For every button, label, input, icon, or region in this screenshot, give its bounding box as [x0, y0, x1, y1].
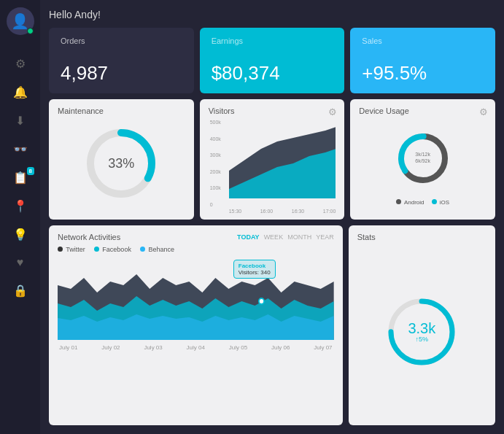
avatar-icon: 👤 — [11, 12, 29, 30]
sales-label: Sales — [362, 36, 484, 45]
ios-dot — [432, 199, 437, 204]
stats-title: Stats — [357, 233, 376, 241]
lightbulb-icon: 💡 — [13, 228, 28, 241]
facebook-legend: Facebook — [94, 246, 131, 253]
stats-donut-label: 3.3k ↑5% — [408, 321, 435, 343]
maintenance-donut: 33% — [81, 123, 161, 204]
earnings-card: Earnings $80,374 — [200, 28, 345, 93]
device-usage-title: Device Usage — [359, 106, 486, 115]
greeting: Hello Andy! — [49, 9, 495, 20]
visitors-yaxis: 500k 400k 300k 200k 100k 0 — [209, 120, 222, 207]
heart-icon: ♥ — [17, 256, 24, 269]
top-stats-row: Orders 4,987 Earnings $80,374 Sales +95.… — [49, 28, 495, 93]
bell-icon: 🔔 — [13, 85, 28, 99]
sidebar-item-favorites[interactable]: ♥ — [0, 249, 40, 276]
maintenance-title: Maintenance — [58, 106, 185, 115]
ios-legend: iOS — [432, 199, 450, 206]
glasses-icon: 👓 — [13, 142, 28, 156]
network-legend: Twitter Facebook Behance — [58, 246, 334, 253]
maintenance-card: Maintenance 33% — [49, 99, 194, 220]
network-header: Network Activities TODAY WEEK MONTH YEAR — [58, 233, 334, 241]
visitors-xaxis: 15:30 16:00 16:30 17:00 — [229, 209, 336, 214]
online-indicator — [27, 28, 34, 34]
sidebar-item-view[interactable]: 👓 — [0, 135, 40, 163]
network-chart: Facebook Visitors: 340 July 01 July 02 J… — [58, 256, 334, 344]
network-title: Network Activities — [58, 233, 120, 241]
sales-card: Sales +95.5% — [350, 28, 495, 93]
orders-value: 4,987 — [61, 62, 182, 85]
sidebar-item-reports[interactable]: 📋 8 — [0, 163, 40, 192]
location-icon: 📍 — [13, 199, 28, 213]
mid-row: Maintenance 33% Visitors ⚙ 500k 400k — [49, 99, 495, 220]
sales-value: +95.5% — [362, 62, 484, 85]
network-xaxis: July 01 July 02 July 03 July 04 July 05 … — [58, 344, 334, 351]
device-settings-icon[interactable]: ⚙ — [479, 106, 488, 117]
orders-card: Orders 4,987 — [49, 28, 194, 93]
stats-change: ↑5% — [408, 336, 435, 343]
visitors-title: Visitors — [209, 106, 336, 115]
network-card: Network Activities TODAY WEEK MONTH YEAR… — [49, 225, 343, 425]
twitter-dot — [58, 247, 63, 252]
visitors-settings-icon[interactable]: ⚙ — [328, 106, 337, 117]
device-donut-label: 3k/12k 6k/92k — [415, 151, 430, 166]
twitter-legend: Twitter — [58, 246, 85, 253]
reports-badge: 8 — [27, 167, 34, 175]
reports-icon: 📋 — [13, 171, 28, 185]
sidebar-item-notifications[interactable]: 🔔 — [0, 78, 40, 106]
tab-year[interactable]: YEAR — [316, 233, 334, 241]
sidebar-item-security[interactable]: 🔒 — [0, 276, 40, 305]
sidebar-item-location[interactable]: 📍 — [0, 192, 40, 220]
stats-card: Stats 3.3k ↑5% — [349, 225, 495, 425]
visitors-area-chart — [229, 120, 336, 207]
lock-icon: 🔒 — [13, 284, 28, 298]
avatar[interactable]: 👤 — [7, 7, 34, 35]
behance-dot — [140, 247, 145, 252]
bottom-row: Network Activities TODAY WEEK MONTH YEAR… — [49, 225, 495, 425]
orders-label: Orders — [61, 36, 182, 45]
device-donut: 3k/12k 6k/92k — [394, 129, 452, 187]
maintenance-value: 33% — [108, 156, 134, 171]
device-donut-container: 3k/12k 6k/92k — [359, 120, 486, 196]
earnings-label: Earnings — [212, 36, 333, 45]
gear-icon: ⚙ — [15, 57, 26, 71]
earnings-value: $80,374 — [212, 62, 333, 85]
tab-week[interactable]: WEEK — [264, 233, 284, 241]
android-legend: Android — [396, 199, 424, 206]
svg-point-10 — [259, 298, 264, 304]
device-legend: Android iOS — [359, 199, 486, 206]
sidebar-item-settings[interactable]: ⚙ — [0, 50, 40, 78]
main-content: Hello Andy! Orders 4,987 Earnings $80,37… — [40, 0, 504, 434]
sidebar-item-ideas[interactable]: 💡 — [0, 220, 40, 249]
stats-donut: 3.3k ↑5% — [385, 295, 458, 368]
sidebar: 👤 ⚙ 🔔 ⬇ 👓 📋 8 📍 💡 ♥ 🔒 — [0, 0, 40, 434]
download-icon: ⬇ — [15, 114, 25, 128]
stats-value: 3.3k — [408, 321, 435, 336]
facebook-dot — [94, 247, 99, 252]
tab-month[interactable]: MONTH — [287, 233, 311, 241]
behance-legend: Behance — [140, 246, 174, 253]
android-dot — [396, 199, 401, 204]
visitors-chart: 500k 400k 300k 200k 100k 0 15: — [209, 120, 336, 207]
network-tabs: TODAY WEEK MONTH YEAR — [237, 233, 334, 241]
maintenance-donut-container: 33% — [58, 120, 185, 207]
tab-today[interactable]: TODAY — [237, 233, 260, 241]
stats-donut-container: 3.3k ↑5% — [357, 246, 486, 418]
sidebar-item-downloads[interactable]: ⬇ — [0, 106, 40, 135]
device-usage-card: Device Usage ⚙ 3k/12k 6k/92k — [350, 99, 495, 220]
visitors-card: Visitors ⚙ 500k 400k 300k 200k 100k 0 — [200, 99, 345, 220]
